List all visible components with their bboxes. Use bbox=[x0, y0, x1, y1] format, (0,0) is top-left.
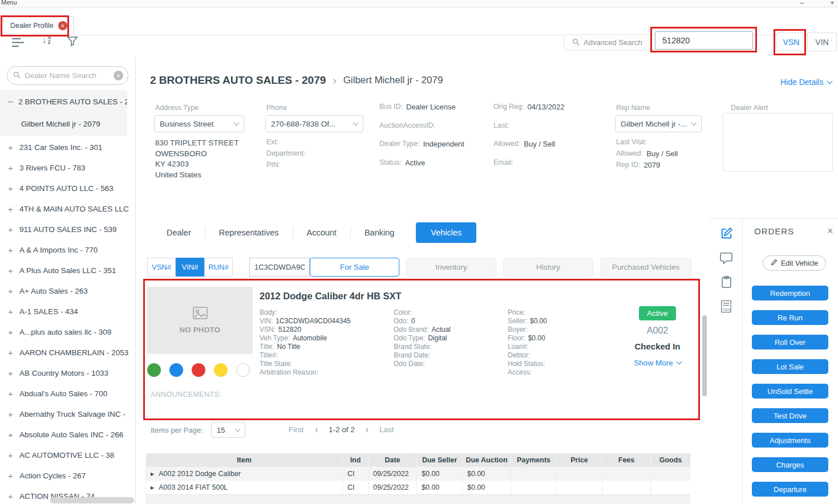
table-column-header[interactable]: Ind bbox=[342, 453, 368, 467]
sidebar-dealer-item[interactable]: A+ Auto Sales - 263 bbox=[0, 281, 135, 301]
prev-page-icon[interactable] bbox=[315, 424, 318, 434]
expand-plus-icon[interactable] bbox=[8, 409, 16, 419]
filter-purchased-vehicles[interactable]: Purchased Vehicles bbox=[600, 258, 691, 277]
order-action-button[interactable]: Charges bbox=[752, 457, 828, 472]
dealer-search-input[interactable] bbox=[25, 71, 110, 80]
table-column-header[interactable]: Item bbox=[145, 453, 342, 467]
condition-dot-blue[interactable] bbox=[169, 363, 183, 377]
order-action-button[interactable]: Lot Sale bbox=[752, 359, 828, 374]
oem-form-icon[interactable]: OEM bbox=[719, 299, 734, 314]
table-column-header[interactable]: Due Auction bbox=[462, 453, 511, 467]
advanced-search-button[interactable]: Advanced Search bbox=[564, 34, 651, 51]
sidebar-dealer-item[interactable]: A Plus Auto Sales LLC - 351 bbox=[0, 260, 135, 281]
filter-inventory[interactable]: Inventory bbox=[406, 258, 496, 277]
table-column-header[interactable]: Payments bbox=[511, 453, 556, 467]
order-action-button[interactable]: UnSold Settle bbox=[752, 384, 828, 399]
row-expand-icon[interactable] bbox=[151, 485, 154, 490]
sidebar-dealer-item[interactable]: 4TH & MAIN AUTO SALES LLC bbox=[0, 198, 135, 219]
sidebar-dealer-item[interactable]: Abdual's Auto Sales - 700 bbox=[0, 383, 135, 404]
tab-account[interactable]: Account bbox=[293, 226, 350, 239]
vehicle-vin-input[interactable] bbox=[249, 258, 310, 277]
minimize-icon[interactable] bbox=[800, 0, 804, 7]
filter-for-sale[interactable]: For Sale bbox=[310, 258, 399, 277]
sidebar-dealer-item[interactable]: A & A Imports Inc - 770 bbox=[0, 239, 135, 260]
vin-toggle-button[interactable]: VIN bbox=[807, 32, 837, 51]
expand-plus-icon[interactable] bbox=[8, 163, 16, 173]
sidebar-dealer-item[interactable]: Absolute Auto Sales INC - 266 bbox=[0, 424, 135, 445]
edit-vehicle-button[interactable]: Edit Vehicle bbox=[763, 255, 826, 271]
order-action-button[interactable]: Re Run bbox=[752, 310, 828, 325]
sidebar-dealer-item[interactable]: AARON CHAMBERLAIN - 2053 bbox=[0, 342, 135, 363]
condition-dot-green[interactable] bbox=[147, 363, 161, 377]
expand-plus-icon[interactable] bbox=[8, 307, 16, 316]
first-page-button[interactable]: First bbox=[289, 425, 303, 434]
expand-plus-icon[interactable] bbox=[8, 245, 16, 255]
breadcrumb-dealer[interactable]: 2 BROTHERS AUTO SALES - 2079 bbox=[150, 74, 326, 87]
expand-plus-icon[interactable] bbox=[8, 286, 16, 296]
expand-plus-icon[interactable] bbox=[8, 471, 16, 481]
collapse-minus-icon[interactable] bbox=[8, 96, 15, 107]
vsn-number-toggle[interactable]: VSN# bbox=[147, 258, 176, 277]
tab-vehicles[interactable]: Vehicles bbox=[416, 222, 476, 243]
table-column-header[interactable]: Date bbox=[368, 453, 416, 467]
edit-icon[interactable] bbox=[719, 226, 734, 241]
sidebar-rep-item-selected[interactable]: Gilbert Michell jr - 2079 bbox=[0, 113, 127, 135]
expand-plus-icon[interactable] bbox=[8, 430, 16, 440]
table-column-header[interactable]: Price bbox=[556, 453, 602, 467]
order-action-button[interactable]: Departure bbox=[752, 482, 828, 497]
sidebar-dealer-item[interactable]: 3 Rivers FCU - 783 bbox=[0, 157, 135, 178]
sidebar-dealer-item[interactable]: Abernathy Truck Salvage INC - bbox=[0, 404, 135, 424]
vsn-toggle-button[interactable]: VSN bbox=[776, 32, 806, 51]
table-column-header[interactable]: Due Seller bbox=[416, 453, 462, 467]
clipboard-icon[interactable] bbox=[719, 275, 734, 290]
sidebar-dealer-item[interactable]: A...plus auto sales llc - 309 bbox=[0, 322, 135, 342]
expand-plus-icon[interactable] bbox=[8, 450, 16, 460]
last-page-button[interactable]: Last bbox=[379, 425, 394, 434]
expand-plus-icon[interactable] bbox=[8, 368, 16, 378]
sidebar-dealer-item[interactable]: 231 Car Sales Inc. - 301 bbox=[0, 137, 135, 157]
filter-history[interactable]: History bbox=[503, 258, 593, 277]
main-scrollbar-thumb[interactable] bbox=[702, 315, 707, 396]
condition-dot-white[interactable] bbox=[236, 363, 250, 377]
sidebar-dealer-item[interactable]: A-1 SALES - 434 bbox=[0, 301, 135, 322]
sidebar-dealer-item[interactable]: AB Country Motors - 1033 bbox=[0, 363, 135, 383]
tab-close-icon[interactable] bbox=[58, 21, 67, 30]
dealer-alert-box[interactable] bbox=[723, 113, 833, 172]
run-number-toggle[interactable]: RUN# bbox=[204, 258, 233, 277]
table-column-header[interactable]: Fees bbox=[602, 453, 650, 467]
sidebar-dealer-item[interactable]: AC AUTOMOTIVE LLC - 38 bbox=[0, 445, 135, 465]
sidebar-dealer-item[interactable]: Action Cycles - 267 bbox=[0, 465, 135, 486]
order-action-button[interactable]: Redemption bbox=[752, 286, 828, 300]
clear-search-icon[interactable] bbox=[114, 71, 123, 80]
expand-plus-icon[interactable] bbox=[8, 491, 16, 501]
table-row[interactable]: A003 2014 FIAT 500L CI 09/25/2022 $0.00 … bbox=[145, 481, 690, 494]
expand-plus-icon[interactable] bbox=[8, 348, 16, 357]
dealer-search-field[interactable] bbox=[7, 66, 128, 85]
tab-representatives[interactable]: Representatives bbox=[205, 226, 293, 239]
show-more-link[interactable]: Show More bbox=[634, 359, 681, 367]
condition-dot-red[interactable] bbox=[192, 363, 205, 377]
filter-icon[interactable] bbox=[67, 36, 78, 48]
order-action-button[interactable]: Test Drive bbox=[752, 408, 828, 423]
expand-plus-icon[interactable] bbox=[8, 327, 16, 337]
sidebar-dealer-item[interactable]: 911 AUTO SALES INC - 539 bbox=[0, 219, 135, 239]
items-per-page-dropdown[interactable]: 15 bbox=[211, 422, 245, 438]
rep-name-dropdown[interactable]: Gilbert Michell jr -... bbox=[615, 115, 702, 132]
sidebar-scrollbar-thumb[interactable] bbox=[50, 497, 134, 503]
phone-dropdown[interactable]: 270-688-7838 Of... bbox=[265, 115, 363, 132]
table-row[interactable]: A002 2012 Dodge Caliber CI 09/25/2022 $0… bbox=[145, 467, 690, 481]
close-icon[interactable] bbox=[827, 225, 833, 237]
sort-az-icon[interactable]: ↓ AZ bbox=[42, 35, 51, 44]
comment-icon[interactable] bbox=[719, 251, 734, 266]
order-action-button[interactable]: Roll Over bbox=[752, 335, 828, 349]
sidebar-dealer-item[interactable]: 4 POINTS AUTO LLC - 563 bbox=[0, 178, 135, 198]
row-expand-icon[interactable] bbox=[151, 472, 154, 477]
expand-plus-icon[interactable] bbox=[8, 225, 16, 234]
tab-dealer[interactable]: Dealer bbox=[153, 226, 205, 239]
table-column-header[interactable]: Goods bbox=[650, 453, 690, 467]
expand-plus-icon[interactable] bbox=[8, 266, 16, 275]
condition-dot-yellow[interactable] bbox=[214, 363, 228, 377]
list-view-icon[interactable] bbox=[11, 38, 25, 50]
order-action-button[interactable]: Adjustments bbox=[752, 433, 828, 448]
expand-plus-icon[interactable] bbox=[8, 389, 16, 399]
